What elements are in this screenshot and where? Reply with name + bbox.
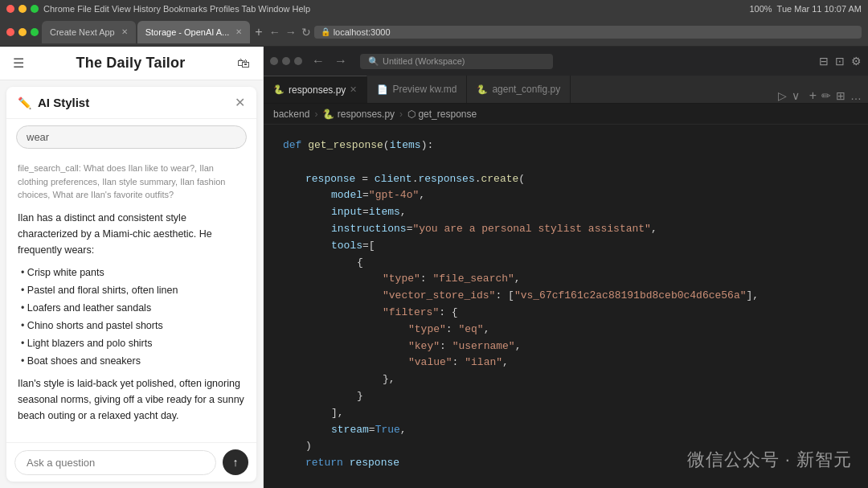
chat-response: Ilan has a distinct and consistent style… (18, 210, 245, 424)
agent-python-icon: 🐍 (477, 84, 488, 95)
minimize-window-button[interactable] (18, 5, 27, 13)
browser-tab-active-close-icon[interactable]: ✕ (235, 27, 242, 36)
editor-forward-button[interactable]: → (334, 54, 347, 68)
browser-tab-storage[interactable]: Storage - OpenAI A... ✕ (137, 21, 251, 43)
chat-search-input[interactable] (16, 125, 247, 149)
split-view-icon[interactable]: ⊟ (819, 55, 829, 68)
breadcrumb-responses[interactable]: 🐍 responses.py (322, 109, 395, 120)
browser-maximize-button[interactable] (31, 28, 39, 36)
chat-search-area (6, 119, 256, 155)
forward-button[interactable]: → (285, 26, 297, 39)
list-item: Chino shorts and pastel shorts (21, 318, 245, 334)
editor-header: ← → 🔍 Untitled (Workspace) ⊟ ⊡ ⚙ (264, 47, 868, 76)
chat-title: AI Stylist (38, 96, 89, 109)
code-block: def get_response(items): response = clie… (264, 137, 868, 472)
chat-header: ✏️ AI Stylist ✕ (6, 87, 256, 119)
send-button[interactable]: ↑ (223, 449, 248, 475)
browser-close-button[interactable] (6, 28, 14, 36)
editor-search-bar[interactable]: 🔍 Untitled (Workspace) (360, 54, 553, 69)
edit-icon[interactable]: ✏️ (18, 96, 31, 109)
tab-responses-py[interactable]: 🐍 responses.py ✕ (264, 76, 367, 103)
url-text: localhost:3000 (334, 27, 391, 37)
browser-tab-label: Create Next App (50, 27, 115, 37)
breadcrumb-sep-1: › (314, 109, 317, 120)
search-icon: 🔍 (368, 56, 379, 67)
add-tab-button[interactable]: + (809, 88, 817, 103)
clock: Tue Mar 11 10:07 AM (777, 4, 862, 14)
browser-chrome: Create Next App ✕ Storage - OpenAI A... … (0, 18, 868, 47)
close-chat-icon[interactable]: ✕ (235, 95, 245, 110)
browser-tab-create-next[interactable]: Create Next App ✕ (42, 21, 136, 43)
mac-bar-left: Chrome File Edit View History Bookmarks … (6, 4, 310, 14)
editor-dot-2 (282, 57, 290, 65)
mac-bar-right: 100% Tue Mar 11 10:07 AM (749, 4, 862, 14)
mac-menu-bar: Chrome File Edit View History Bookmarks … (43, 4, 310, 14)
lock-icon: 🔒 (321, 27, 330, 36)
tab-label-agent: agent_config.py (492, 84, 560, 95)
list-item: Light blazers and polo shirts (21, 335, 245, 351)
run-dropdown-button[interactable]: ∨ (792, 89, 800, 102)
chat-panel: ✏️ AI Stylist ✕ file_search_call: What d… (6, 87, 256, 482)
chat-input-area: ↑ (6, 442, 256, 482)
list-item: Pastel and floral shirts, often linen (21, 282, 245, 298)
more-options-icon[interactable]: … (850, 89, 862, 102)
editor-dot-1 (270, 57, 278, 65)
editor-nav: ← → (312, 54, 347, 68)
watermark: 微信公众号 · 新智元 (687, 448, 852, 472)
tab-preview-md[interactable]: 📄 Preview kw.md (367, 76, 467, 103)
tab-actions: ▷ ∨ + ✏ ⊞ … (778, 88, 868, 103)
browser-tab-label-active: Storage - OpenAI A... (145, 27, 230, 37)
mac-os-bar: Chrome File Edit View History Bookmarks … (0, 0, 868, 18)
app-header: ☰ The Daily Tailor 🛍 (0, 47, 263, 80)
response-intro: Ilan has a distinct and consistent style… (18, 210, 245, 258)
bullet-list: Crisp white pants Pastel and floral shir… (21, 265, 245, 369)
tab-label-responses: responses.py (289, 84, 346, 96)
sidebar-toggle-icon[interactable]: ⊡ (835, 55, 845, 68)
code-area[interactable]: def get_response(items): response = clie… (264, 125, 868, 488)
editor-tabs: 🐍 responses.py ✕ 📄 Preview kw.md 🐍 agent… (264, 76, 868, 104)
editor-back-button[interactable]: ← (312, 54, 325, 68)
traffic-lights[interactable] (6, 5, 39, 13)
close-window-button[interactable] (6, 5, 14, 13)
tab-label-preview: Preview kw.md (392, 84, 457, 95)
breadcrumb-get-response[interactable]: ⬡ get_response (407, 109, 477, 120)
breadcrumb-backend[interactable]: backend (273, 109, 309, 120)
breadcrumb-sep-2: › (399, 109, 403, 120)
md-icon: 📄 (377, 84, 388, 95)
hamburger-icon[interactable]: ☰ (13, 55, 24, 71)
address-bar[interactable]: 🔒 localhost:3000 (314, 26, 862, 39)
response-outro: Ilan's style is laid-back yet polished, … (18, 375, 245, 424)
cart-icon[interactable]: 🛍 (237, 56, 250, 71)
browser-minimize-button[interactable] (18, 28, 27, 36)
run-button[interactable]: ▷ (778, 89, 787, 102)
split-editor-icon[interactable]: ⊞ (836, 89, 845, 102)
browser-traffic-lights[interactable] (6, 28, 39, 36)
list-item: Boat shoes and sneakers (21, 353, 245, 369)
workspace-title: Untitled (Workspace) (383, 56, 465, 66)
browser-tabs: Create Next App ✕ Storage - OpenAI A... … (42, 21, 263, 43)
python-icon: 🐍 (273, 84, 285, 95)
tab-agent-config[interactable]: 🐍 agent_config.py (467, 76, 571, 103)
new-tab-button[interactable]: + (255, 25, 262, 39)
chat-question-input[interactable] (14, 450, 216, 475)
browser-tab-close-icon[interactable]: ✕ (121, 27, 128, 36)
chat-header-left: ✏️ AI Stylist (18, 96, 89, 109)
app-title: The Daily Tailor (76, 55, 186, 72)
maximize-window-button[interactable] (31, 5, 39, 13)
breadcrumb: backend › 🐍 responses.py › ⬡ get_respons… (264, 104, 868, 125)
list-item: Crisp white pants (21, 265, 245, 281)
editor-window-dots (270, 57, 302, 65)
file-search-call: file_search_call: What does Ilan like to… (18, 162, 245, 202)
left-panel: ☰ The Daily Tailor 🛍 ✏️ AI Stylist ✕ fil… (0, 47, 264, 488)
settings-icon[interactable]: ⚙ (851, 55, 862, 68)
list-item: Loafers and leather sandals (21, 300, 245, 316)
browser-navigation: ← → ↻ (269, 26, 311, 39)
refresh-button[interactable]: ↻ (301, 26, 311, 39)
main-layout: ☰ The Daily Tailor 🛍 ✏️ AI Stylist ✕ fil… (0, 47, 868, 488)
editor-actions: ⊟ ⊡ ⚙ (819, 55, 862, 68)
editor-dot-3 (294, 57, 302, 65)
chat-messages: file_search_call: What does Ilan like to… (6, 155, 256, 442)
pen-icon[interactable]: ✏ (821, 89, 831, 102)
tab-close-responses[interactable]: ✕ (350, 84, 357, 95)
back-button[interactable]: ← (269, 26, 280, 39)
